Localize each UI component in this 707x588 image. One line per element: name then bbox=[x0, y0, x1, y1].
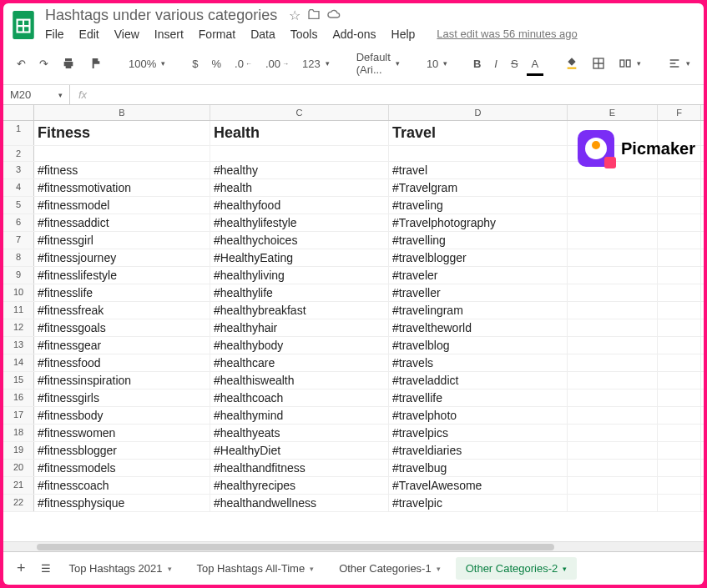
cell[interactable]: #healthandfitness bbox=[210, 460, 389, 476]
cell[interactable]: #healthandwellness bbox=[210, 495, 389, 511]
chevron-down-icon[interactable]: ▾ bbox=[563, 565, 567, 573]
cell[interactable]: #Travelgram bbox=[389, 179, 568, 196]
cell[interactable] bbox=[568, 495, 658, 511]
strikethrough-button[interactable]: S bbox=[506, 54, 523, 73]
cell[interactable]: #fitness bbox=[34, 162, 210, 178]
column-header-b[interactable]: B bbox=[34, 105, 210, 120]
cell[interactable] bbox=[658, 214, 701, 231]
cell[interactable] bbox=[658, 232, 701, 249]
spreadsheet-grid[interactable]: B C D E F 1FitnessHealthTravel23#fitness… bbox=[3, 105, 704, 541]
table-row[interactable]: 4#fitnessmotivation#health#Travelgram bbox=[3, 179, 704, 197]
table-row[interactable]: 9#fitnesslifestyle#healthyliving#travele… bbox=[3, 267, 704, 284]
cell[interactable]: #healthcoach bbox=[210, 389, 389, 406]
menu-format[interactable]: Format bbox=[199, 28, 235, 41]
cell[interactable] bbox=[568, 267, 658, 284]
cell[interactable] bbox=[568, 337, 658, 354]
cell[interactable] bbox=[568, 197, 658, 214]
cell[interactable] bbox=[658, 302, 701, 319]
horizontal-align-icon[interactable] bbox=[663, 53, 695, 73]
chevron-down-icon[interactable]: ▾ bbox=[310, 565, 314, 573]
row-header[interactable]: 13 bbox=[3, 337, 34, 354]
cell[interactable] bbox=[568, 214, 658, 231]
sheet-tab[interactable]: Other Categories-1▾ bbox=[329, 557, 451, 580]
menu-view[interactable]: View bbox=[114, 28, 139, 41]
cell[interactable] bbox=[34, 146, 210, 161]
row-header[interactable]: 14 bbox=[3, 354, 34, 371]
cell[interactable]: #Travelphotography bbox=[389, 214, 568, 231]
menu-addons[interactable]: Add-ons bbox=[332, 28, 376, 41]
fill-color-icon[interactable] bbox=[560, 53, 583, 73]
cell[interactable]: #healthyfood bbox=[210, 197, 389, 214]
chevron-down-icon[interactable]: ▾ bbox=[437, 565, 441, 573]
cell[interactable]: #healthybreakfast bbox=[210, 302, 389, 319]
merge-cells-icon[interactable] bbox=[614, 53, 646, 73]
cell[interactable]: #traveldiaries bbox=[389, 442, 568, 459]
row-header[interactable]: 4 bbox=[3, 179, 34, 196]
table-row[interactable]: 22#fitnessphysique#healthandwellness#tra… bbox=[3, 495, 704, 512]
last-edit-link[interactable]: Last edit was 56 minutes ago bbox=[437, 28, 577, 41]
cell[interactable]: #traveltheworld bbox=[389, 319, 568, 336]
cell[interactable]: #travels bbox=[389, 354, 568, 371]
cell[interactable] bbox=[658, 425, 701, 441]
cell[interactable]: #fitnesslife bbox=[34, 284, 210, 301]
cell[interactable] bbox=[658, 495, 701, 511]
sheet-tab[interactable]: Top Hashtags 2021▾ bbox=[59, 557, 182, 580]
row-header[interactable]: 20 bbox=[3, 460, 34, 476]
table-row[interactable]: 10#fitnesslife#healthylife#traveller bbox=[3, 284, 704, 302]
cell[interactable]: #fitnessaddict bbox=[34, 214, 210, 231]
cell[interactable] bbox=[658, 354, 701, 371]
column-header-f[interactable]: F bbox=[658, 105, 701, 120]
cell[interactable]: #healthyliving bbox=[210, 267, 389, 284]
cell[interactable]: #traveling bbox=[389, 197, 568, 214]
row-header[interactable]: 2 bbox=[3, 146, 34, 161]
cell[interactable]: #fitnessgear bbox=[34, 337, 210, 354]
table-row[interactable]: 16#fitnessgirls#healthcoach#travellife bbox=[3, 389, 704, 407]
menu-help[interactable]: Help bbox=[391, 28, 416, 41]
text-color-button[interactable]: A bbox=[527, 54, 544, 73]
cloud-icon[interactable] bbox=[327, 8, 341, 24]
row-header[interactable]: 12 bbox=[3, 319, 34, 336]
cell[interactable]: #healthylifestyle bbox=[210, 214, 389, 231]
cell[interactable] bbox=[658, 389, 701, 406]
cell[interactable]: #fitnessgoals bbox=[34, 319, 210, 336]
cell[interactable]: #fitnessgirl bbox=[34, 232, 210, 249]
cell[interactable]: #healthymind bbox=[210, 407, 389, 424]
table-row[interactable]: 5#fitnessmodel#healthyfood#traveling bbox=[3, 197, 704, 214]
add-sheet-button[interactable]: + bbox=[10, 560, 33, 577]
row-header[interactable]: 11 bbox=[3, 302, 34, 319]
cell[interactable] bbox=[568, 372, 658, 389]
cell[interactable]: #fitnessfreak bbox=[34, 302, 210, 319]
table-row[interactable]: 17#fitnessbody#healthymind#travelphoto bbox=[3, 407, 704, 425]
decrease-decimal-button[interactable]: .0← bbox=[230, 54, 257, 73]
cell[interactable]: Travel bbox=[389, 121, 568, 145]
cell[interactable]: #travellife bbox=[389, 389, 568, 406]
cell[interactable]: #healthybody bbox=[210, 337, 389, 354]
column-header-d[interactable]: D bbox=[389, 105, 568, 120]
star-icon[interactable]: ☆ bbox=[289, 8, 300, 23]
cell[interactable]: #fitnessmotivation bbox=[34, 179, 210, 196]
cell[interactable]: #travelingram bbox=[389, 302, 568, 319]
name-box[interactable]: M20▾ bbox=[3, 85, 70, 104]
cell[interactable]: #travelblogger bbox=[389, 249, 568, 266]
row-header[interactable]: 22 bbox=[3, 495, 34, 511]
cell[interactable]: #healthyrecipes bbox=[210, 477, 389, 494]
table-row[interactable]: 7#fitnessgirl#healthychoices#travelling bbox=[3, 232, 704, 249]
cell[interactable]: #fitnessjourney bbox=[34, 249, 210, 266]
cell[interactable] bbox=[568, 477, 658, 494]
borders-icon[interactable] bbox=[587, 53, 610, 73]
sheet-tab[interactable]: Top Hashtags All-Time▾ bbox=[187, 557, 325, 580]
cell[interactable]: #healthcare bbox=[210, 354, 389, 371]
cell[interactable] bbox=[658, 372, 701, 389]
horizontal-scrollbar[interactable] bbox=[3, 541, 704, 551]
cell[interactable] bbox=[210, 146, 389, 161]
cell[interactable] bbox=[568, 442, 658, 459]
cell[interactable]: #fitnessphysique bbox=[34, 495, 210, 511]
row-header[interactable]: 1 bbox=[3, 121, 34, 145]
cell[interactable]: #travel bbox=[389, 162, 568, 178]
font-size-dropdown[interactable]: 10 bbox=[422, 54, 452, 73]
cell[interactable]: #healthyeats bbox=[210, 425, 389, 441]
cell[interactable]: #fitnessmodel bbox=[34, 197, 210, 214]
row-header[interactable]: 10 bbox=[3, 284, 34, 301]
cell[interactable]: #traveller bbox=[389, 284, 568, 301]
table-row[interactable]: 14#fitnessfood#healthcare#travels bbox=[3, 354, 704, 372]
